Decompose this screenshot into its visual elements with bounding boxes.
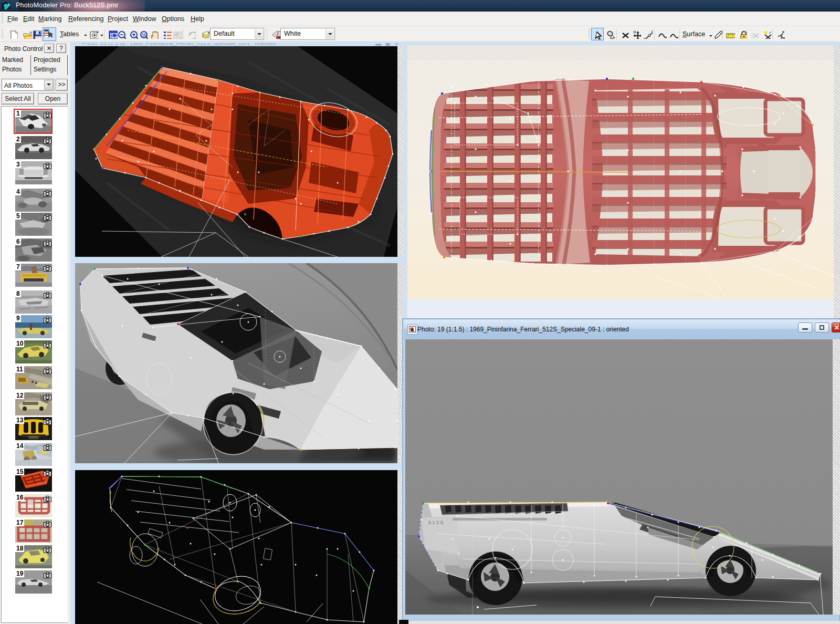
svg-text:5 1 2 S: 5 1 2 S: [428, 520, 444, 525]
